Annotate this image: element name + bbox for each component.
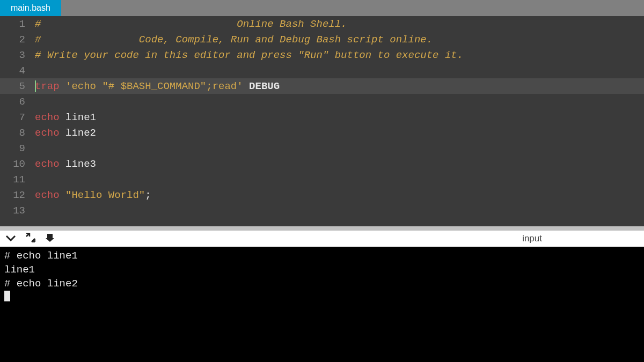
editor-line[interactable]: 9 — [0, 141, 644, 156]
editor-line[interactable]: 13 — [0, 203, 644, 218]
line-number: 6 — [0, 96, 35, 108]
line-number: 12 — [0, 189, 35, 201]
editor-line[interactable]: 3# Write your code in this editor and pr… — [0, 47, 644, 63]
line-number: 8 — [0, 127, 35, 139]
editor-line[interactable]: 10echo line3 — [0, 156, 644, 172]
line-number: 13 — [0, 205, 35, 217]
line-content: trap 'echo "# $BASH_COMMAND";read' DEBUG — [35, 80, 280, 92]
tab-main-bash[interactable]: main.bash — [0, 0, 61, 16]
line-number: 11 — [0, 174, 35, 186]
line-content: echo "Hello World"; — [35, 189, 151, 201]
terminal-line: # echo line1 — [4, 249, 640, 263]
line-number: 5 — [0, 80, 35, 92]
editor-line[interactable]: 12echo "Hello World"; — [0, 187, 644, 203]
editor-line[interactable]: 2# Code, Compile, Run and Debug Bash scr… — [0, 32, 644, 47]
line-content: # Write your code in this editor and pre… — [35, 49, 463, 61]
editor-line[interactable]: 5trap 'echo "# $BASH_COMMAND";read' DEBU… — [0, 78, 644, 94]
line-number: 3 — [0, 49, 35, 61]
editor-line[interactable]: 11 — [0, 172, 644, 187]
line-number: 7 — [0, 112, 35, 123]
editor-line[interactable]: 1# Online Bash Shell. — [0, 16, 644, 32]
line-content: echo line2 — [35, 127, 96, 139]
editor-line[interactable]: 7echo line1 — [0, 109, 644, 125]
collapse-icon[interactable] — [5, 233, 16, 244]
terminal-line: line1 — [4, 263, 640, 277]
terminal-toolbar: input — [0, 231, 644, 247]
line-number: 1 — [0, 18, 35, 30]
input-label: input — [522, 233, 542, 244]
editor-line[interactable]: 6 — [0, 94, 644, 109]
terminal-cursor — [4, 291, 10, 301]
expand-icon[interactable] — [26, 233, 35, 245]
download-icon[interactable] — [45, 233, 55, 245]
line-content: # Online Bash Shell. — [35, 18, 347, 30]
terminal-line: # echo line2 — [4, 277, 640, 291]
line-content: echo line1 — [35, 112, 96, 123]
tab-bar: main.bash — [0, 0, 644, 16]
line-content: echo line3 — [35, 158, 96, 170]
line-number: 2 — [0, 34, 35, 46]
terminal-output[interactable]: # echo line1line1# echo line2 — [0, 247, 644, 362]
line-number: 4 — [0, 65, 35, 77]
line-number: 10 — [0, 158, 35, 170]
editor-line[interactable]: 4 — [0, 63, 644, 78]
editor-line[interactable]: 8echo line2 — [0, 125, 644, 141]
code-editor[interactable]: 1# Online Bash Shell.2# Code, Compile, R… — [0, 16, 644, 226]
line-number: 9 — [0, 143, 35, 154]
panel-divider[interactable] — [0, 226, 644, 231]
line-content: # Code, Compile, Run and Debug Bash scri… — [35, 34, 433, 46]
